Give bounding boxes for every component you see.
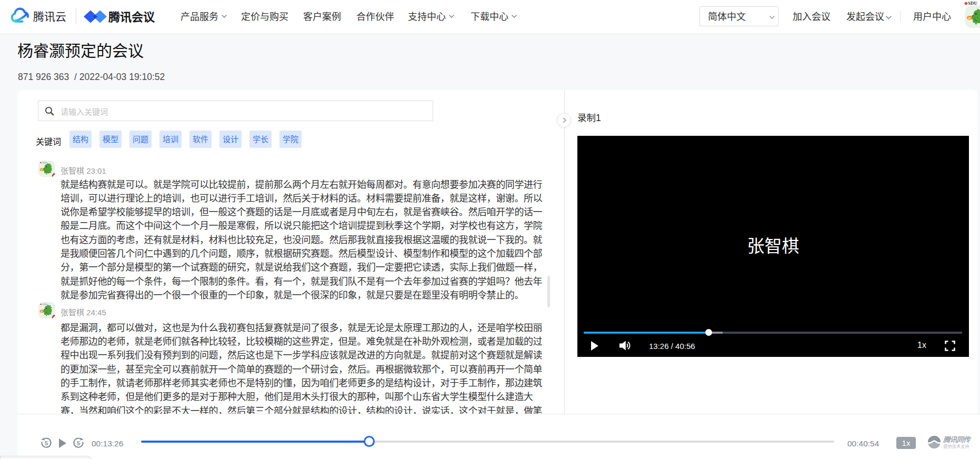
svg-text:5: 5 xyxy=(45,440,48,446)
svg-text:5: 5 xyxy=(77,440,80,446)
